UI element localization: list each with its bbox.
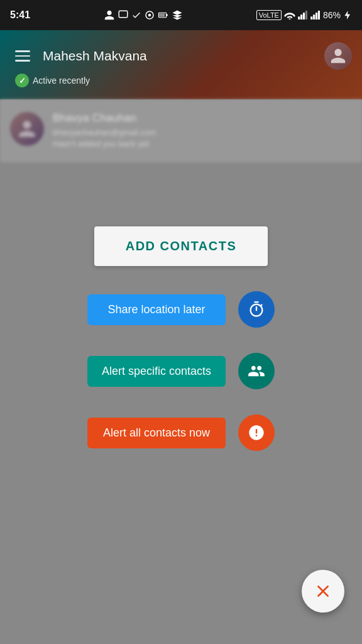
contact-sub-line2: Hasn't added you back yet [53, 138, 352, 150]
svg-rect-9 [305, 11, 307, 19]
alert-all-icon-button[interactable] [238, 414, 275, 451]
avatar[interactable] [324, 42, 352, 70]
svg-rect-11 [313, 14, 315, 19]
alert-specific-row: Alert specific contacts [0, 353, 362, 389]
share-location-icon-button[interactable] [238, 291, 275, 328]
main-content: ADD CONTACTS Share location later Alert … [0, 176, 362, 644]
svg-rect-12 [315, 13, 317, 19]
svg-point-2 [148, 14, 151, 17]
contact-avatar-icon [17, 119, 37, 139]
contacts-icon [104, 9, 115, 21]
svg-rect-5 [159, 13, 165, 16]
exclamation-icon [248, 424, 265, 441]
timer-icon [248, 301, 265, 318]
alert-all-button[interactable]: Alert all contacts now [87, 418, 226, 448]
svg-rect-0 [119, 11, 128, 18]
battery-percent: 86% [323, 10, 341, 20]
status-bar: 5:41 VoLTE 86% [0, 0, 362, 30]
battery-bar-icon [158, 9, 169, 21]
signal2-icon [310, 11, 321, 19]
close-fab-button[interactable] [302, 570, 344, 613]
wifi-icon [284, 11, 295, 19]
bolt-icon [343, 11, 352, 19]
active-status-row: Active recently [15, 74, 352, 87]
active-indicator [15, 74, 29, 87]
alert-specific-icon-button[interactable] [238, 353, 275, 389]
close-icon [313, 581, 333, 601]
svg-rect-6 [298, 16, 300, 19]
svg-rect-8 [303, 13, 305, 19]
contact-info: Bhavya Chauhan bhavyachauhan@gmail.com H… [53, 112, 352, 150]
app-bar-title: Mahesh Makvana [43, 48, 324, 64]
menu-button[interactable] [10, 45, 35, 67]
signal-icon [298, 11, 308, 19]
check-icon [131, 10, 141, 20]
share-location-row: Share location later [0, 291, 362, 328]
active-status-text: Active recently [33, 75, 90, 86]
status-icons-left [104, 9, 183, 21]
contact-sub-line1: bhavyachauhan@gmail.com [53, 127, 352, 138]
status-right: VoLTE 86% [256, 10, 352, 20]
status-time: 5:41 [10, 9, 30, 21]
svg-rect-10 [310, 16, 312, 19]
person-icon [329, 47, 347, 65]
add-contacts-button[interactable]: ADD CONTACTS [94, 226, 268, 266]
volte-label: VoLTE [256, 10, 282, 20]
app-bar: Mahesh Makvana Active recently [0, 30, 362, 99]
alert-all-row: Alert all contacts now [0, 414, 362, 451]
contact-avatar [10, 112, 44, 146]
contact-card: Bhavya Chauhan bhavyachauhan@gmail.com H… [0, 99, 362, 162]
svg-rect-13 [318, 11, 320, 19]
alert-specific-button[interactable]: Alert specific contacts [87, 356, 226, 387]
contact-name: Bhavya Chauhan [53, 112, 352, 125]
app-icon [172, 9, 183, 21]
svg-rect-7 [300, 14, 302, 19]
share-location-button[interactable]: Share location later [87, 294, 226, 325]
svg-rect-4 [166, 14, 167, 16]
target-icon [144, 9, 155, 21]
screen-icon [118, 9, 129, 21]
group-icon [248, 362, 265, 380]
